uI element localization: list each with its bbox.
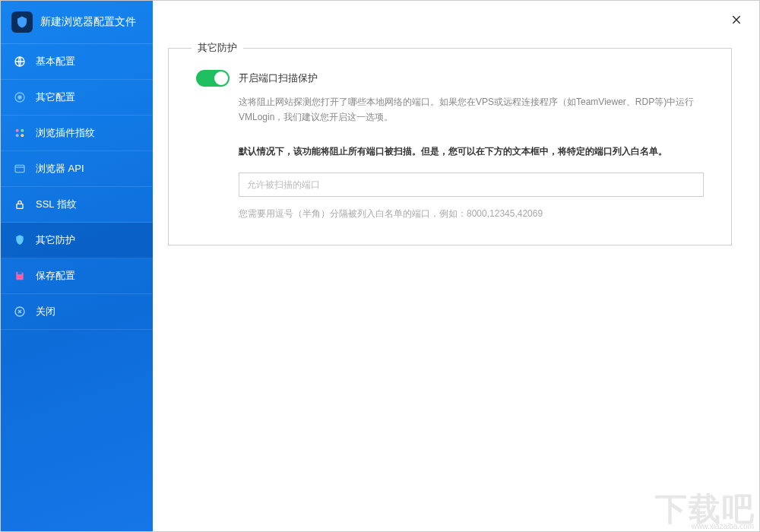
svg-point-2	[18, 96, 21, 99]
svg-point-5	[16, 134, 19, 137]
svg-rect-9	[17, 272, 21, 274]
sidebar-header: 新建浏览器配置文件	[1, 1, 153, 44]
sidebar-item-save-config[interactable]: 保存配置	[1, 258, 153, 294]
ports-hint: 您需要用逗号（半角）分隔被列入白名单的端口，例如：8000,12345,4206…	[239, 207, 704, 220]
sidebar-item-label: 浏览插件指纹	[36, 126, 95, 140]
sidebar-item-label: 关闭	[36, 305, 55, 318]
save-icon	[13, 269, 27, 283]
lock-icon	[13, 198, 27, 211]
toggle-label: 开启端口扫描保护	[239, 71, 318, 85]
window-title: 新建浏览器配置文件	[40, 15, 136, 29]
sidebar-item-plugin-fingerprint[interactable]: 浏览插件指纹	[1, 116, 153, 151]
close-button[interactable]	[726, 10, 747, 31]
sidebar-item-other-config[interactable]: 其它配置	[1, 80, 153, 116]
port-scan-toggle-row: 开启端口扫描保护	[196, 70, 704, 87]
svg-rect-8	[17, 204, 23, 208]
sidebar-item-label: 其它防护	[36, 233, 75, 247]
protection-fieldset: 其它防护 开启端口扫描保护 这将阻止网站探测您打开了哪些本地网络的端口。如果您在…	[168, 48, 732, 245]
sidebar-item-label: 基本配置	[36, 55, 75, 68]
api-icon	[13, 162, 27, 176]
sidebar: 新建浏览器配置文件 基本配置 其它配置 浏览插件指纹 浏览器 API	[1, 1, 153, 531]
browser-icon	[13, 90, 27, 104]
svg-rect-7	[15, 165, 24, 172]
sidebar-item-label: 其它配置	[36, 90, 75, 104]
shield-icon	[13, 233, 27, 247]
sidebar-item-ssl-fingerprint[interactable]: SSL 指纹	[1, 187, 153, 223]
sidebar-item-close[interactable]: 关闭	[1, 294, 153, 330]
main-panel: 其它防护 开启端口扫描保护 这将阻止网站探测您打开了哪些本地网络的端口。如果您在…	[153, 1, 759, 531]
fieldset-legend: 其它防护	[192, 41, 243, 55]
topbar	[153, 1, 759, 40]
toggle-description: 这将阻止网站探测您打开了哪些本地网络的端口。如果您在VPS或远程连接程序（如Te…	[239, 94, 704, 125]
sidebar-item-basic-config[interactable]: 基本配置	[1, 44, 153, 80]
content-area: 其它防护 开启端口扫描保护 这将阻止网站探测您打开了哪些本地网络的端口。如果您在…	[153, 40, 759, 531]
toggle-knob-icon	[214, 71, 228, 85]
whitelist-note: 默认情况下，该功能将阻止所有端口被扫描。但是，您可以在下方的文本框中，将特定的端…	[239, 144, 704, 159]
port-scan-toggle[interactable]	[196, 70, 230, 87]
sidebar-item-label: SSL 指纹	[36, 198, 77, 211]
svg-point-6	[21, 134, 24, 137]
svg-point-3	[16, 129, 19, 132]
puzzle-icon	[13, 126, 27, 140]
sidebar-item-other-protection[interactable]: 其它防护	[1, 223, 153, 258]
app-logo-icon	[11, 11, 33, 33]
globe-icon	[13, 55, 27, 68]
sidebar-item-label: 浏览器 API	[36, 162, 84, 176]
sidebar-item-browser-api[interactable]: 浏览器 API	[1, 151, 153, 187]
sidebar-item-label: 保存配置	[36, 269, 75, 283]
close-circle-icon	[13, 305, 27, 318]
close-icon	[730, 11, 743, 30]
allowed-ports-input[interactable]	[239, 173, 704, 197]
svg-point-4	[21, 129, 24, 132]
